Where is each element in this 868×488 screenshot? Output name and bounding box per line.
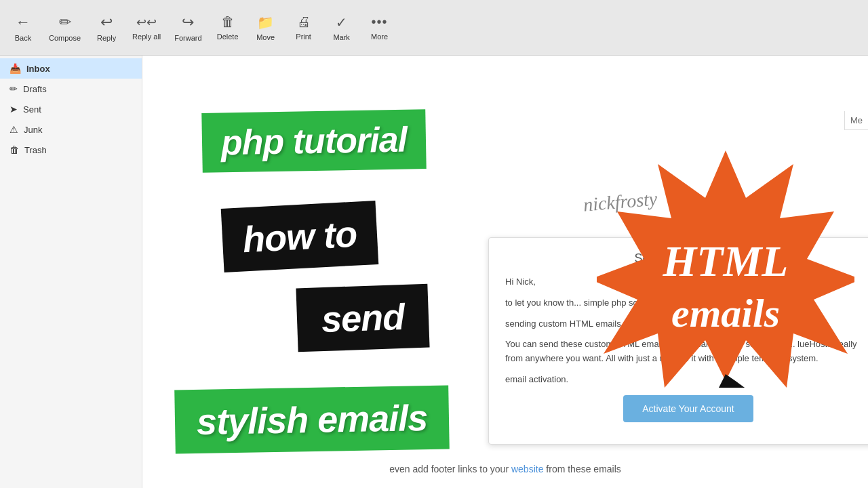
banner-send: send — [296, 284, 429, 352]
svg-text:HTML: HTML — [663, 237, 789, 285]
footer-text: even add footer links to your website fr… — [142, 464, 868, 474]
move-button[interactable]: 📁 Move — [248, 10, 283, 45]
starburst-decoration: HTML emails — [597, 144, 854, 388]
toolbar: ← Back ✏ Compose ↩ Reply ↩↩ Reply all ↪ … — [0, 0, 868, 56]
compose-icon: ✏ — [59, 14, 71, 31]
junk-icon: ⚠ — [9, 124, 18, 135]
forward-button[interactable]: ↪ Forward — [169, 9, 207, 46]
banner-how-to: how to — [221, 201, 379, 272]
mark-icon: ✓ — [336, 14, 347, 30]
delete-button[interactable]: 🗑 Delete — [210, 10, 245, 45]
sidebar: 📥 Inbox ✏ Drafts ➤ Sent ⚠ Junk 🗑 Trash — [0, 56, 142, 488]
delete-icon: 🗑 — [221, 14, 235, 30]
sidebar-item-trash[interactable]: 🗑 Trash — [0, 140, 142, 160]
back-button[interactable]: ← Back — [5, 9, 41, 46]
mark-button[interactable]: ✓ Mark — [324, 10, 359, 45]
banner-php-tutorial: php tutorial — [201, 109, 426, 173]
me-indicator: Me — [844, 111, 868, 130]
website-link[interactable]: website — [511, 464, 543, 474]
back-icon: ← — [16, 14, 31, 31]
compose-button[interactable]: ✏ Compose — [43, 9, 86, 46]
sidebar-item-sent[interactable]: ➤ Sent — [0, 99, 142, 119]
inbox-icon: 📥 — [9, 63, 21, 74]
main-layout: 📥 Inbox ✏ Drafts ➤ Sent ⚠ Junk 🗑 Trash p… — [0, 56, 868, 488]
sidebar-item-inbox[interactable]: 📥 Inbox — [0, 58, 142, 79]
reply-icon: ↩ — [100, 14, 113, 31]
reply-button[interactable]: ↩ Reply — [89, 9, 124, 46]
forward-icon: ↪ — [182, 14, 194, 31]
sidebar-item-junk[interactable]: ⚠ Junk — [0, 119, 142, 140]
move-icon: 📁 — [257, 14, 274, 30]
reply-all-button[interactable]: ↩↩ Reply all — [127, 11, 166, 45]
print-button[interactable]: 🖨 Print — [286, 10, 321, 45]
drafts-icon: ✏ — [9, 83, 18, 94]
more-icon: ••• — [372, 14, 388, 30]
trash-icon: 🗑 — [9, 144, 19, 155]
sent-icon: ➤ — [9, 104, 18, 115]
reply-all-icon: ↩↩ — [136, 15, 157, 30]
sidebar-item-drafts[interactable]: ✏ Drafts — [0, 79, 142, 99]
content-area: php tutorial how to send stylish emails … — [142, 56, 868, 488]
activate-account-button[interactable]: Activate Your Account — [623, 395, 753, 422]
svg-text:emails: emails — [671, 291, 780, 336]
banner-stylish-emails: stylish emails — [174, 385, 450, 453]
more-button[interactable]: ••• More — [362, 10, 397, 45]
print-icon: 🖨 — [297, 14, 311, 30]
